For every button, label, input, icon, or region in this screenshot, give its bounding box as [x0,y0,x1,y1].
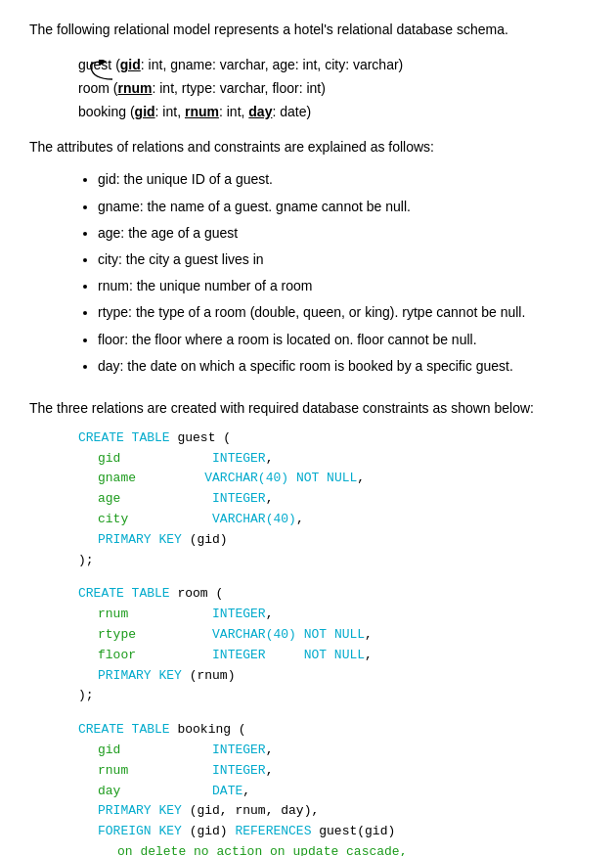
guest-end: ); [78,551,587,571]
attr-floor: floor: the floor where a room is located… [98,328,587,352]
three-relations-intro: The three relations are created with req… [29,398,587,419]
guest-col-gid: gid INTEGER, [98,449,587,470]
booking-col-day: day DATE, [98,782,587,802]
attributes-list: gid: the unique ID of a guest. gname: th… [98,167,587,379]
attr-city: city: the city a guest lives in [98,248,587,272]
booking-table-code: CREATE TABLE booking ( gid INTEGER, rnum… [78,720,587,856]
attr-rtype: rtype: the type of a room (double, queen… [98,300,587,325]
attr-rnum: rnum: the unique number of a room [98,274,587,298]
intro-text: The following relational model represent… [29,20,587,40]
room-col-rtype: rtype VARCHAR(40) NOT NULL, [98,625,587,646]
schema-block: guest (gid: int, gname: varchar, age: in… [78,54,587,123]
room-col-rnum: rnum INTEGER, [98,605,587,625]
room-create: CREATE TABLE room ( [78,584,587,605]
guest-create: CREATE TABLE guest ( [78,428,587,449]
guest-schema: guest (gid: int, gname: varchar, age: in… [78,54,587,77]
room-pk: PRIMARY KEY (rnum) [98,666,587,687]
room-end: ); [78,686,587,706]
guest-table-code: CREATE TABLE guest ( gid INTEGER, gname … [78,428,587,571]
booking-fk1a: FOREIGN KEY (gid) REFERENCES guest(gid) [98,822,587,842]
attributes-intro: The attributes of relations and constrai… [29,137,587,158]
guest-col-city: city VARCHAR(40), [98,510,587,530]
booking-fk1b: on delete no action on update cascade, [117,842,587,856]
room-table-code: CREATE TABLE room ( rnum INTEGER, rtype … [78,584,587,706]
room-col-floor: floor INTEGER NOT NULL, [98,646,587,666]
attr-day: day: the date on which a specific room i… [98,354,587,379]
booking-col-gid: gid INTEGER, [98,741,587,761]
guest-pk: PRIMARY KEY (gid) [98,530,587,551]
guest-col-gname: gname VARCHAR(40) NOT NULL, [98,469,587,489]
room-schema: room (rnum: int, rtype: varchar, floor: … [78,77,587,101]
guest-col-age: age INTEGER, [98,489,587,510]
booking-col-rnum: rnum INTEGER, [98,761,587,782]
booking-create: CREATE TABLE booking ( [78,720,587,741]
attr-gname: gname: the name of a guest. gname cannot… [98,195,587,219]
attr-gid: gid: the unique ID of a guest. [98,167,587,192]
attr-age: age: the age of a guest [98,221,587,246]
booking-schema: booking (gid: int, rnum: int, day: date) [78,101,587,124]
booking-pk: PRIMARY KEY (gid, rnum, day), [98,801,587,822]
